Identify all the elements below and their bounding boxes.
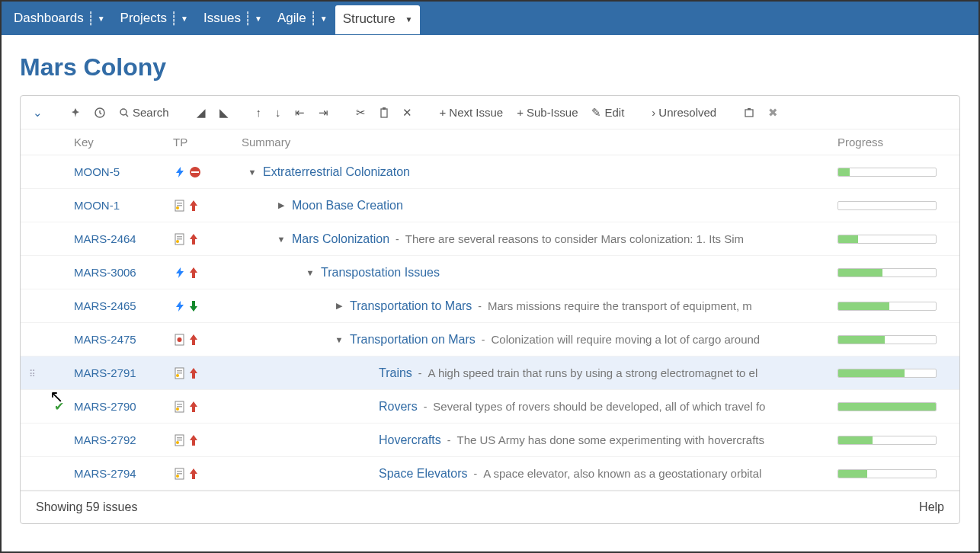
table-row[interactable]: MOON-1▶Moon Base Creation	[21, 189, 959, 222]
col-progress[interactable]: Progress	[837, 136, 959, 149]
table-row[interactable]: MARS-2475▼Transportation on Mars - Colon…	[21, 323, 959, 356]
progress-bar	[837, 335, 937, 344]
priority-icon	[188, 366, 199, 380]
issue-summary[interactable]: Transportation on Mars	[350, 333, 476, 347]
indent-icon[interactable]: ⇥	[314, 103, 333, 123]
issue-summary[interactable]: Space Elevators	[379, 467, 468, 481]
collapse-icon[interactable]: ◢	[192, 103, 210, 123]
expand-arrow-icon[interactable]: ▶	[335, 301, 344, 311]
chevron-down-icon: ▼	[255, 14, 262, 23]
expand-arrow-icon[interactable]: ▼	[306, 268, 315, 277]
issue-type-icon	[173, 199, 187, 213]
issue-type-icon	[173, 232, 187, 246]
expand-arrow-icon[interactable]: ▼	[277, 235, 286, 244]
progress-bar	[837, 369, 937, 378]
paste-icon[interactable]	[375, 104, 393, 121]
separator: ┊	[244, 11, 251, 27]
issue-key[interactable]: MARS-2464	[74, 232, 136, 245]
clock-icon[interactable]	[90, 104, 110, 121]
nav-dashboards[interactable]: Dashboards┊▼	[6, 3, 113, 34]
search-button[interactable]: Search	[114, 103, 174, 122]
cut-icon[interactable]: ✂	[351, 103, 370, 123]
nav-agile[interactable]: Agile┊▼	[270, 3, 335, 34]
outdent-icon[interactable]: ⇤	[290, 103, 309, 123]
issue-key[interactable]: MARS-2465	[74, 299, 136, 312]
table-row[interactable]: MARS-2464▼Mars Colonization - There are …	[21, 222, 959, 256]
col-key[interactable]: Key	[74, 136, 173, 149]
issue-key[interactable]: MARS-2791	[74, 366, 136, 379]
issue-summary[interactable]: Rovers	[379, 400, 418, 414]
issue-key[interactable]: MARS-2792	[74, 433, 136, 446]
table-row[interactable]: MARS-2465▶Transportation to Mars - Mars …	[21, 289, 959, 323]
issue-key[interactable]: MOON-5	[74, 165, 120, 178]
table-row[interactable]: MARS-2792Hovercrafts - The US Army has d…	[21, 424, 959, 457]
issue-key[interactable]: MARS-3006	[74, 266, 136, 279]
svg-rect-34	[177, 473, 182, 475]
svg-rect-33	[177, 471, 182, 472]
issue-summary[interactable]: Transpostation Issues	[321, 266, 440, 280]
priority-icon	[188, 333, 199, 347]
table-row[interactable]: MARS-3006▼Transpostation Issues	[21, 256, 959, 289]
col-summary[interactable]: Summary	[242, 136, 837, 149]
progress-bar	[837, 268, 937, 277]
svg-point-31	[176, 441, 179, 444]
next-issue-button[interactable]: + Next Issue	[435, 103, 508, 122]
issue-type-icon	[173, 333, 187, 347]
move-up-icon[interactable]: ↑	[251, 103, 267, 122]
issue-type-icon	[173, 366, 187, 380]
table-row[interactable]: MOON-5▼Extraterrestrial Colonizaton	[21, 155, 959, 189]
export-icon[interactable]	[739, 104, 759, 121]
table-header: Key TP Summary Progress	[21, 129, 959, 155]
pin-icon[interactable]	[66, 104, 85, 121]
issue-key[interactable]: MARS-2790	[74, 400, 136, 413]
unresolved-button[interactable]: › Unresolved	[647, 103, 721, 122]
issue-summary[interactable]: Mars Colonization	[292, 232, 389, 246]
svg-rect-4	[745, 110, 753, 117]
issue-key[interactable]: MARS-2794	[74, 467, 136, 480]
svg-point-15	[176, 240, 179, 243]
expand-toggle-icon[interactable]: ⌄	[28, 103, 47, 123]
issue-summary[interactable]: Trains	[379, 366, 412, 380]
col-tp[interactable]: TP	[173, 136, 242, 149]
issue-key[interactable]: MOON-1	[74, 199, 120, 212]
delete-icon[interactable]: ✕	[398, 103, 417, 123]
nav-issues[interactable]: Issues┊▼	[196, 3, 270, 34]
issue-description: There are several reasons to consider Ma…	[405, 232, 744, 245]
sub-issue-button[interactable]: + Sub-Issue	[512, 103, 582, 122]
edit-button[interactable]: ✎ Edit	[587, 103, 629, 123]
issue-key[interactable]: MARS-2475	[74, 333, 136, 346]
help-link[interactable]: Help	[919, 500, 944, 514]
move-down-icon[interactable]: ↓	[271, 103, 286, 122]
issue-summary[interactable]: Hovercrafts	[379, 433, 441, 447]
priority-icon	[188, 199, 199, 213]
remove-icon[interactable]: ✖	[764, 103, 783, 123]
chevron-down-icon: ▼	[320, 14, 328, 23]
svg-point-27	[176, 408, 179, 411]
svg-rect-22	[177, 372, 182, 374]
progress-bar	[837, 469, 937, 478]
issue-description: A high speed train that runs by using a …	[428, 366, 758, 379]
chevron-down-icon: ▼	[98, 14, 105, 23]
svg-point-23	[176, 374, 179, 377]
svg-rect-29	[177, 437, 182, 439]
issue-type-icon	[173, 299, 187, 313]
table-row[interactable]: ⠿MARS-2791Trains - A high speed train th…	[21, 356, 959, 390]
issue-summary[interactable]: Moon Base Creation	[292, 199, 403, 213]
nav-projects[interactable]: Projects┊▼	[113, 3, 196, 34]
table-row[interactable]: ✔MARS-2790Rovers - Several types of rove…	[21, 390, 959, 424]
expand-arrow-icon[interactable]: ▼	[248, 168, 257, 177]
priority-icon	[188, 400, 199, 414]
table-row[interactable]: MARS-2794Space Elevators - A space eleva…	[21, 457, 959, 491]
svg-rect-9	[177, 203, 182, 204]
svg-point-35	[176, 475, 179, 478]
drag-handle-icon[interactable]: ⠿	[29, 369, 36, 379]
svg-rect-2	[381, 109, 387, 117]
issue-summary[interactable]: Extraterrestrial Colonizaton	[263, 165, 410, 179]
progress-bar	[837, 302, 937, 311]
expand-icon[interactable]: ◣	[215, 103, 233, 123]
issue-table: Key TP Summary Progress MOON-5▼Extraterr…	[21, 129, 959, 491]
issue-summary[interactable]: Transportation to Mars	[350, 299, 472, 313]
expand-arrow-icon[interactable]: ▼	[335, 335, 344, 344]
nav-structure[interactable]: Structure ▼	[335, 5, 421, 34]
expand-arrow-icon[interactable]: ▶	[277, 200, 286, 210]
